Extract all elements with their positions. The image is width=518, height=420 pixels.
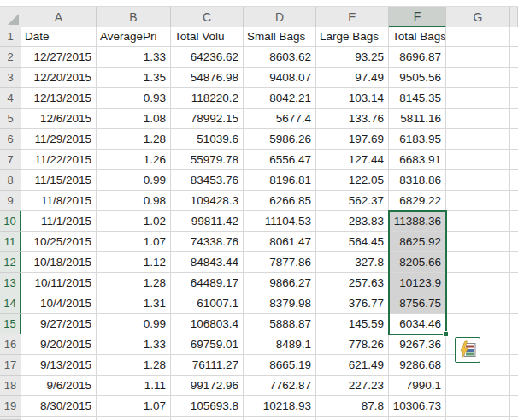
cell-G13[interactable] [446,273,510,293]
cell-B16[interactable]: 1.33 [97,334,171,355]
row-header-14[interactable]: 14 [0,293,21,314]
row-header-8[interactable]: 8 [0,170,21,191]
cell-B9[interactable]: 0.98 [97,191,171,211]
cell-E15[interactable]: 145.59 [316,314,389,334]
cell-C10[interactable]: 99811.42 [171,211,244,232]
cell-G15[interactable] [446,314,510,334]
cell-H11[interactable] [510,232,518,252]
cell-C8[interactable]: 83453.76 [171,170,244,191]
cell-C12[interactable]: 84843.44 [171,252,244,273]
cell-E5[interactable]: 133.76 [316,109,389,129]
cell-D13[interactable]: 9866.27 [244,273,316,293]
cell-A2[interactable]: 12/27/2015 [21,47,97,68]
cell-E20[interactable] [316,417,389,420]
cell-F13[interactable]: 10123.9 [389,273,446,293]
cell-G7[interactable] [446,150,510,170]
cell-D19[interactable]: 10218.93 [244,396,316,417]
row-header-11[interactable]: 11 [0,232,21,252]
cell-D2[interactable]: 8603.62 [244,47,316,68]
cell-H7[interactable] [510,150,518,170]
cell-B5[interactable]: 1.08 [97,109,171,129]
row-header-7[interactable]: 7 [0,150,21,170]
cell-F19[interactable]: 10306.73 [389,396,446,417]
cell-G1[interactable] [446,27,510,47]
cell-E1[interactable]: Large Bags [316,27,389,47]
cell-C4[interactable]: 118220.2 [171,88,244,109]
cell-A12[interactable]: 10/18/2015 [21,252,97,273]
row-header-13[interactable]: 13 [0,273,21,293]
cell-B17[interactable]: 1.28 [97,355,171,376]
cell-E16[interactable]: 778.26 [316,334,389,355]
cell-G9[interactable] [446,191,510,211]
row-header-2[interactable]: 2 [0,47,21,68]
row-header-12[interactable]: 12 [0,252,21,273]
cell-A13[interactable]: 10/11/2015 [21,273,97,293]
cell-A19[interactable]: 8/30/2015 [21,396,97,417]
column-header-C[interactable]: C [171,7,244,27]
row-header-4[interactable]: 4 [0,88,21,109]
cell-C11[interactable]: 74338.76 [171,232,244,252]
cell-A14[interactable]: 10/4/2015 [21,293,97,314]
cell-F6[interactable]: 6183.95 [389,129,446,150]
cell-A5[interactable]: 12/6/2015 [21,109,97,129]
column-header-partial[interactable] [510,7,518,27]
column-header-B[interactable]: B [97,7,171,27]
cell-E4[interactable]: 103.14 [316,88,389,109]
row-header-17[interactable]: 17 [0,355,21,376]
cell-A16[interactable]: 9/20/2015 [21,334,97,355]
cell-H16[interactable] [510,334,518,355]
cell-D17[interactable]: 8665.19 [244,355,316,376]
cell-H15[interactable] [510,314,518,334]
cell-G10[interactable] [446,211,510,232]
cell-A4[interactable]: 12/13/2015 [21,88,97,109]
cell-B14[interactable]: 1.31 [97,293,171,314]
row-header-19[interactable]: 19 [0,396,21,417]
cell-D4[interactable]: 8042.21 [244,88,316,109]
cell-G2[interactable] [446,47,510,68]
cell-G18[interactable] [446,376,510,396]
cell-F18[interactable]: 7990.1 [389,376,446,396]
cell-E18[interactable]: 227.23 [316,376,389,396]
cell-E2[interactable]: 93.25 [316,47,389,68]
cell-A18[interactable]: 9/6/2015 [21,376,97,396]
cell-A17[interactable]: 9/13/2015 [21,355,97,376]
cell-E17[interactable]: 621.49 [316,355,389,376]
cell-E19[interactable]: 87.8 [316,396,389,417]
cell-G14[interactable] [446,293,510,314]
cell-B7[interactable]: 1.26 [97,150,171,170]
column-header-G[interactable]: G [446,7,510,27]
cell-H5[interactable] [510,109,518,129]
cell-H8[interactable] [510,170,518,191]
row-header-15[interactable]: 15 [0,314,21,334]
cell-D10[interactable]: 11104.53 [244,211,316,232]
row-header-18[interactable]: 18 [0,376,21,396]
cell-H9[interactable] [510,191,518,211]
cell-A1[interactable]: Date [21,27,97,47]
cell-F5[interactable]: 5811.16 [389,109,446,129]
cell-G12[interactable] [446,252,510,273]
cell-F17[interactable]: 9286.68 [389,355,446,376]
cell-C18[interactable]: 99172.96 [171,376,244,396]
column-header-F[interactable]: F [389,7,446,27]
cell-B19[interactable]: 1.07 [97,396,171,417]
cell-C1[interactable]: Total Volu [171,27,244,47]
cell-G8[interactable] [446,170,510,191]
cell-D16[interactable]: 8489.1 [244,334,316,355]
cell-D20[interactable] [244,417,316,420]
cell-C9[interactable]: 109428.3 [171,191,244,211]
cell-G20[interactable] [446,417,510,420]
cell-B8[interactable]: 0.99 [97,170,171,191]
cell-H10[interactable] [510,211,518,232]
row-header-20-partial[interactable] [0,417,21,420]
row-header-1[interactable]: 1 [0,27,21,47]
cell-D8[interactable]: 8196.81 [244,170,316,191]
cell-F4[interactable]: 8145.35 [389,88,446,109]
row-header-6[interactable]: 6 [0,129,21,150]
column-header-E[interactable]: E [316,7,389,27]
cell-B11[interactable]: 1.07 [97,232,171,252]
cell-D3[interactable]: 9408.07 [244,68,316,88]
cell-H13[interactable] [510,273,518,293]
cell-B3[interactable]: 1.35 [97,68,171,88]
cell-H1[interactable] [510,27,518,47]
cell-F10[interactable]: 11388.36 [389,211,446,232]
